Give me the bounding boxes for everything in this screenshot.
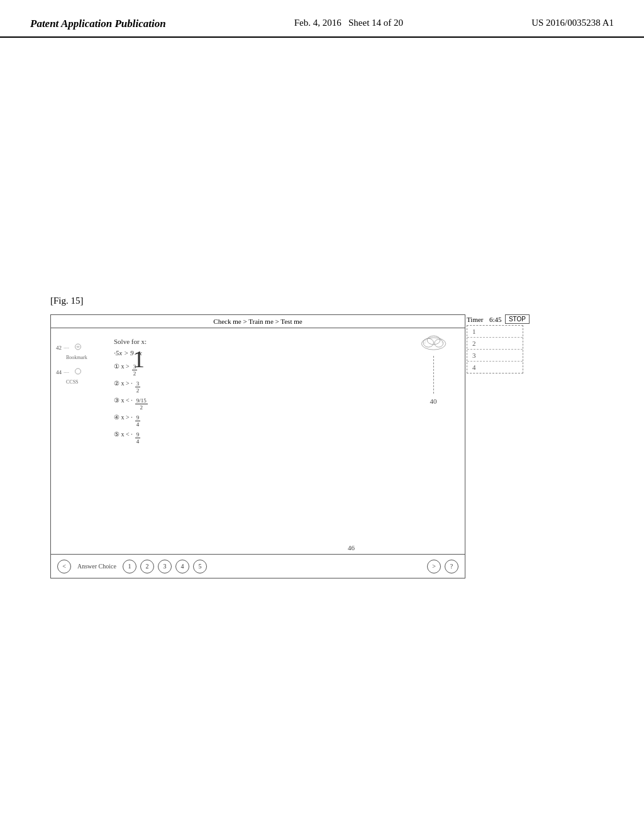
answer-choice-label: Answer Choice bbox=[77, 563, 116, 570]
diagram-container: Check me > Train me > Test me 42 ···· Bo… bbox=[50, 314, 465, 578]
navigation-bar: < Answer Choice 1 2 3 4 5 > ? bbox=[51, 554, 465, 578]
number-46: 46 bbox=[348, 544, 355, 551]
cloud-icon bbox=[416, 331, 451, 353]
timer-label: Timer bbox=[467, 316, 484, 323]
help-button[interactable]: ? bbox=[445, 560, 458, 573]
answer-item-4: 4 bbox=[467, 362, 523, 373]
choice-4: ④ x > · 9 4 bbox=[114, 414, 396, 428]
ccss-icon bbox=[71, 367, 85, 378]
publication-number: US 2016/0035238 A1 bbox=[531, 18, 614, 28]
choice-5: ⑤ x < · 9 4 bbox=[114, 431, 396, 445]
choice-2: ② x > · 3 2 bbox=[114, 380, 396, 394]
publication-date: Feb. 4, 2016 Sheet 14 of 20 bbox=[294, 18, 403, 28]
timer-area: Timer 6:45 STOP 1 2 3 4 bbox=[467, 314, 530, 374]
left-sidebar: 42 ···· Bookmark 44 ···· bbox=[51, 328, 108, 573]
back-button[interactable]: < bbox=[57, 560, 71, 573]
answer-list: 1 2 3 4 bbox=[467, 325, 523, 374]
bookmark-label: Bookmark bbox=[66, 355, 103, 360]
svg-point-0 bbox=[75, 344, 81, 350]
choice-btn-4[interactable]: 4 bbox=[175, 560, 189, 573]
main-content-area: 42 ···· Bookmark 44 ···· bbox=[51, 328, 465, 573]
sidebar-num-42: 42 bbox=[56, 345, 62, 351]
answer-item-1: 1 bbox=[467, 326, 523, 338]
page-header: Patent Application Publication Feb. 4, 2… bbox=[0, 0, 644, 38]
answer-item-3: 3 bbox=[467, 350, 523, 362]
cloud-number: 40 bbox=[430, 397, 437, 405]
cloud-area: 40 bbox=[402, 328, 465, 573]
sidebar-num-44: 44 bbox=[56, 369, 62, 375]
problem-area: Solve for x: ·5x > 9 · x ① x > 3 2 ② x >… bbox=[108, 328, 402, 573]
choice-btn-2[interactable]: 2 bbox=[140, 560, 154, 573]
stop-button[interactable]: STOP bbox=[505, 314, 530, 324]
choice-btn-3[interactable]: 3 bbox=[158, 560, 172, 573]
forward-button[interactable]: > bbox=[427, 560, 441, 573]
svg-point-1 bbox=[75, 368, 81, 374]
figure-label: [Fig. 15] bbox=[50, 296, 84, 306]
choice-3: ③ x < · 9/15 2 bbox=[114, 397, 396, 411]
choice-btn-1[interactable]: 1 bbox=[123, 560, 136, 573]
publication-title: Patent Application Publication bbox=[30, 18, 166, 30]
problem-header: Solve for x: bbox=[114, 338, 396, 345]
ccss-label: CCSS bbox=[66, 379, 103, 385]
problem-equation: ·5x > 9 · x bbox=[114, 349, 396, 357]
choice-1: ① x > 3 2 bbox=[114, 363, 396, 377]
breadcrumb: Check me > Train me > Test me bbox=[51, 315, 465, 328]
bookmark-icon bbox=[71, 342, 85, 353]
answer-item-2: 2 bbox=[467, 338, 523, 350]
timer-value: 6:45 bbox=[489, 316, 502, 323]
vertical-dashed-line bbox=[433, 356, 434, 394]
choice-btn-5[interactable]: 5 bbox=[193, 560, 207, 573]
